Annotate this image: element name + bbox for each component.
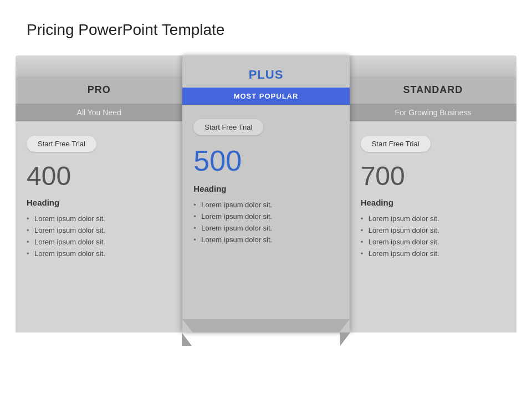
list-item: Lorem ipsum dolor sit. <box>361 213 505 224</box>
pro-trial-button[interactable]: Start Free Trial <box>27 136 96 152</box>
standard-price: 700 <box>361 161 505 191</box>
standard-header: STANDARD <box>350 76 516 104</box>
pricing-container: PRO All You Need Start Free Trial 400 He… <box>0 55 532 332</box>
list-item: Lorem ipsum dolor sit. <box>361 236 505 248</box>
plus-trial-button[interactable]: Start Free Trial <box>193 119 263 135</box>
list-item: Lorem ipsum dolor sit. <box>27 213 171 224</box>
plus-price: 500 <box>193 144 338 177</box>
list-item: Lorem ipsum dolor sit. <box>27 236 171 248</box>
plus-body: Start Free Trial 500 Heading Lorem ipsum… <box>182 105 349 319</box>
columns-wrapper: PRO All You Need Start Free Trial 400 He… <box>16 76 516 332</box>
plus-badge: MOST POPULAR <box>182 88 349 105</box>
plus-bottom-trim <box>182 319 349 332</box>
list-item: Lorem ipsum dolor sit. <box>193 222 338 234</box>
pro-price: 400 <box>27 161 171 191</box>
list-item: Lorem ipsum dolor sit. <box>193 211 338 222</box>
plus-feature-list: Lorem ipsum dolor sit. Lorem ipsum dolor… <box>193 199 338 245</box>
standard-subheader: For Growing Business <box>350 104 516 121</box>
list-item: Lorem ipsum dolor sit. <box>361 248 505 259</box>
standard-body: Start Free Trial 700 Heading Lorem ipsum… <box>350 121 516 321</box>
pro-feature-heading: Heading <box>27 198 171 207</box>
col-plus: PLUS MOST POPULAR Start Free Trial 500 H… <box>182 55 349 332</box>
pro-header: PRO <box>16 76 182 104</box>
list-item: Lorem ipsum dolor sit. <box>193 199 338 211</box>
col-pro: PRO All You Need Start Free Trial 400 He… <box>16 76 182 332</box>
standard-feature-list: Lorem ipsum dolor sit. Lorem ipsum dolor… <box>361 213 505 259</box>
standard-feature-heading: Heading <box>361 198 505 207</box>
col-standard: STANDARD For Growing Business Start Free… <box>350 76 516 332</box>
pro-body: Start Free Trial 400 Heading Lorem ipsum… <box>16 121 182 321</box>
pro-feature-list: Lorem ipsum dolor sit. Lorem ipsum dolor… <box>27 213 171 259</box>
list-item: Lorem ipsum dolor sit. <box>361 224 505 236</box>
list-item: Lorem ipsum dolor sit. <box>27 224 171 236</box>
pro-subheader: All You Need <box>16 104 182 121</box>
plus-feature-heading: Heading <box>193 184 338 193</box>
page-title: Pricing PowerPoint Template <box>0 0 532 50</box>
list-item: Lorem ipsum dolor sit. <box>193 234 338 245</box>
plus-header: PLUS <box>182 55 349 88</box>
standard-trial-button[interactable]: Start Free Trial <box>361 136 431 152</box>
list-item: Lorem ipsum dolor sit. <box>27 248 171 259</box>
